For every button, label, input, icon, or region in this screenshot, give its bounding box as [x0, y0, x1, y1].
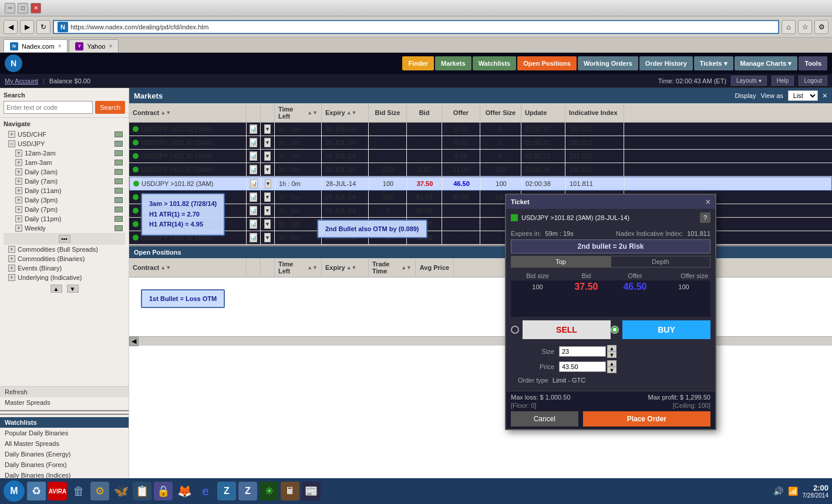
markets-close-icon[interactable]: × — [823, 91, 827, 100]
taskbar-app10[interactable]: Z — [217, 482, 236, 500]
dropdown-btn-8[interactable]: ▼ — [264, 233, 271, 242]
th-expiry[interactable]: Expiry▲▼ — [322, 103, 369, 122]
sidebar-scroll-up-btn[interactable]: ▲ — [50, 285, 62, 293]
my-account-link[interactable]: My Account — [5, 77, 38, 84]
table-row[interactable]: USD/JPY >101.97 (3AM) 📊 ▼ 1h : 0m 28-JUL… — [129, 136, 832, 150]
search-button[interactable]: Search — [95, 101, 125, 114]
chart-btn-8[interactable]: 📊 — [250, 233, 257, 242]
expand-daily11am-icon[interactable]: + — [15, 187, 22, 194]
th-bidsize[interactable]: Bid Size — [369, 103, 407, 122]
dropdown-btn-7[interactable]: ▼ — [264, 219, 271, 229]
nav-item-daily3pm[interactable]: + Daily (3pm) — [4, 195, 125, 205]
buy-radio[interactable] — [611, 326, 619, 334]
watchlists-button[interactable]: Watchlists — [473, 56, 517, 70]
dropdown-btn-3[interactable]: ▼ — [264, 165, 271, 174]
td-icon2-0[interactable]: ▼ — [261, 123, 275, 136]
table-row[interactable]: USD/JPY >101.72 (3AM) 📊 ▼ 1h : 0m 28-JUL… — [129, 204, 832, 218]
taskbar-calc[interactable]: 🖩 — [281, 482, 299, 500]
refresh-button[interactable]: ↻ — [36, 20, 50, 34]
ticket-tab-top[interactable]: Top — [511, 256, 611, 268]
price-input[interactable] — [559, 361, 606, 372]
cancel-button[interactable]: Cancel — [511, 411, 578, 427]
watchlist-forex[interactable]: Daily Binaries (Forex) — [0, 459, 129, 470]
tickets-button[interactable]: Tickets ▾ — [694, 56, 733, 70]
nav-item-bull-spreads[interactable]: + Commodities (Bull Spreads) — [4, 245, 125, 254]
th-bid[interactable]: Bid — [407, 103, 442, 122]
size-increment-btn[interactable]: ▲ — [607, 345, 617, 351]
th-update[interactable]: Update — [521, 103, 565, 122]
td-icon2-8[interactable]: ▼ — [261, 231, 275, 244]
tab-yahoo-close[interactable]: × — [109, 43, 112, 49]
order-history-button[interactable]: Order History — [639, 56, 693, 70]
table-row[interactable]: USD/JPY >101.87 (3AM) 📊 ▼ 1h : 0m 28-JUL… — [129, 163, 832, 177]
price-increment-btn[interactable]: ▲ — [607, 360, 617, 367]
place-order-button[interactable]: Place Order — [583, 411, 710, 427]
td-icon1-1[interactable]: 📊 — [247, 136, 261, 149]
size-input[interactable] — [559, 346, 606, 357]
dropdown-btn-4[interactable]: ▼ — [265, 179, 271, 188]
chart-btn-7[interactable]: 📊 — [250, 219, 257, 229]
expand-daily7am-icon[interactable]: + — [15, 178, 22, 185]
taskbar-news[interactable]: 📰 — [302, 482, 321, 500]
dropdown-btn-1[interactable]: ▼ — [264, 138, 271, 147]
markets-button[interactable]: Markets — [435, 56, 471, 70]
expand-underlying-icon[interactable]: + — [8, 274, 15, 281]
nav-item-underlying[interactable]: + Underlying (Indicative) — [4, 273, 125, 282]
ticket-tab-depth[interactable]: Depth — [611, 256, 710, 268]
td-icon2-6[interactable]: ▼ — [261, 204, 275, 217]
td-icon2-2[interactable]: ▼ — [261, 150, 275, 163]
chart-btn-0[interactable]: 📊 — [250, 124, 257, 134]
expand-1am-icon[interactable]: + — [15, 159, 22, 166]
expand-usdjpy-icon[interactable]: − — [8, 140, 15, 147]
nav-item-comm-binaries[interactable]: + Commodities (Binaries) — [4, 254, 125, 263]
expand-bull-icon[interactable]: + — [8, 246, 15, 253]
horizontal-scrollbar[interactable]: ◀ — [129, 336, 832, 346]
th-offersize[interactable]: Offer Size — [480, 103, 521, 122]
th-op-tradetime[interactable]: Trade Time▲▼ — [369, 258, 416, 277]
taskbar-app7[interactable]: 📋 — [133, 482, 151, 500]
back-button[interactable]: ◀ — [4, 20, 18, 34]
layouts-button[interactable]: Layouts ▾ — [731, 76, 767, 86]
chart-btn-6[interactable]: 📊 — [250, 206, 257, 215]
logout-button[interactable]: Logout — [799, 76, 827, 86]
taskbar-butterfly[interactable]: 🦋 — [112, 482, 130, 500]
td-icon1-5[interactable]: 📊 — [247, 191, 261, 204]
expand-daily11pm-icon[interactable]: + — [15, 215, 22, 222]
expand-daily7pm-icon[interactable]: + — [15, 206, 22, 213]
master-spreads-area[interactable]: Master Spreads — [0, 397, 129, 408]
table-row[interactable]: USD/JPY >101.67 (3AM) 📊 ▼ 1h : 0m 28-JUL… — [129, 218, 832, 231]
expand-comm-bin-icon[interactable]: + — [8, 255, 15, 262]
td-icon2-4[interactable]: ▼ — [261, 177, 275, 190]
favorites-button[interactable]: ☆ — [798, 20, 812, 34]
taskbar-firefox[interactable]: 🦊 — [175, 482, 194, 500]
taskbar-app12[interactable]: ✳ — [260, 482, 278, 500]
size-decrement-btn[interactable]: ▼ — [607, 351, 617, 358]
nav-item-daily7pm[interactable]: + Daily (7pm) — [4, 205, 125, 214]
sell-radio[interactable] — [511, 326, 519, 334]
nav-item-1am[interactable]: + 1am-3am — [4, 158, 125, 167]
taskbar-ie[interactable]: e — [196, 482, 215, 500]
expand-events-icon[interactable]: + — [8, 265, 15, 272]
table-row[interactable]: USD/JPY >101.92 (3AM) 📊 ▼ 1h : 0m 28-JUL… — [129, 150, 832, 163]
watchlist-all-master[interactable]: All Master Spreads — [0, 438, 129, 449]
dropdown-btn-5[interactable]: ▼ — [264, 192, 271, 202]
nav-item-usdchf[interactable]: + USD/CHF — [4, 130, 125, 139]
home-button[interactable]: ⌂ — [782, 20, 796, 34]
dropdown-btn-6[interactable]: ▼ — [264, 206, 271, 215]
price-decrement-btn[interactable]: ▼ — [607, 367, 617, 373]
nav-item-12am[interactable]: + 12am-2am — [4, 148, 125, 158]
td-icon1-3[interactable]: 📊 — [247, 163, 261, 176]
ticket-close-icon[interactable]: × — [706, 197, 710, 207]
nav-item-daily3am[interactable]: + Daily (3am) — [4, 167, 125, 177]
tab-nadex-close[interactable]: × — [58, 43, 62, 49]
working-orders-button[interactable]: Working Orders — [578, 56, 638, 70]
watchlist-energy[interactable]: Daily Binaries (Energy) — [0, 449, 129, 459]
expand-daily3pm-icon[interactable]: + — [15, 197, 22, 204]
table-row[interactable]: USD/JPY >101.62 (3AM) 📊 ▼ 1h : 0m 28-JUL… — [129, 231, 832, 245]
expand-daily3am-icon[interactable]: + — [15, 168, 22, 175]
buy-button[interactable]: BUY — [622, 320, 710, 339]
nav-item-daily11pm[interactable]: + Daily (11pm) — [4, 214, 125, 224]
view-as-select[interactable]: List Grid — [788, 90, 818, 101]
th-offer[interactable]: Offer — [442, 103, 480, 122]
expand-12am-icon[interactable]: + — [15, 150, 22, 157]
